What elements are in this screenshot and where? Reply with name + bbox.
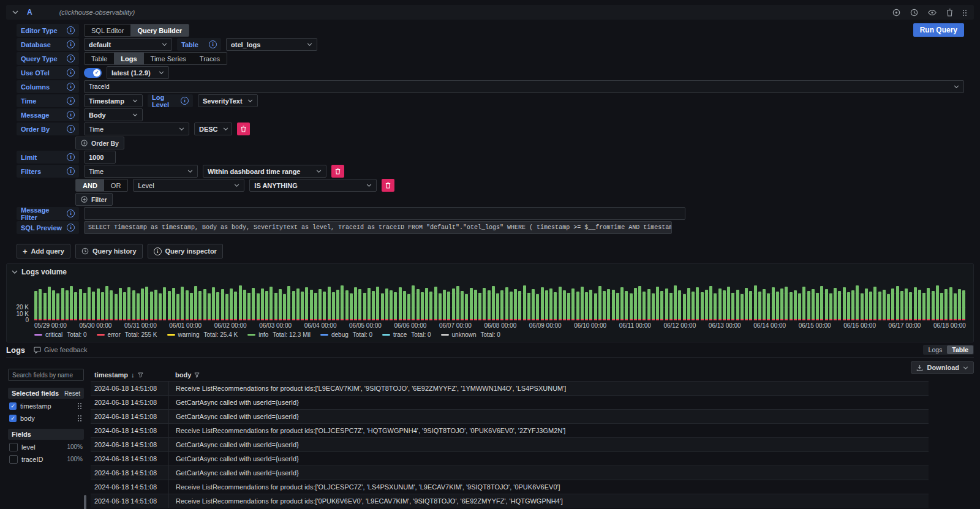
filter-operator-select[interactable]: Within dashboard time range [203, 165, 326, 178]
condition-field-select[interactable]: Level [133, 179, 244, 192]
option-query-builder[interactable]: Query Builder [130, 25, 189, 36]
message-filter-input[interactable] [84, 207, 685, 220]
option-traces[interactable]: Traces [193, 53, 227, 64]
legend-swatch [247, 334, 255, 336]
column-header-timestamp[interactable]: timestamp ↓ [91, 371, 168, 379]
chevron-down-icon [162, 43, 167, 46]
scrollbar-thumb[interactable] [84, 495, 86, 509]
info-icon[interactable]: i [181, 97, 189, 105]
trash-icon[interactable] [946, 9, 953, 17]
remove-order-by-button[interactable] [237, 123, 250, 135]
volume-bar [940, 293, 943, 320]
legend-item-debug[interactable]: debugTotal: 0 [320, 331, 372, 338]
drag-handle-icon[interactable] [963, 10, 964, 11]
drag-handle-icon[interactable] [78, 403, 79, 404]
legend-item-critical[interactable]: criticalTotal: 0 [34, 331, 87, 338]
filter-funnel-icon[interactable] [194, 372, 200, 378]
sort-desc-icon[interactable]: ↓ [131, 371, 135, 379]
option-time-series[interactable]: Time Series [144, 53, 193, 64]
info-icon[interactable]: i [67, 153, 75, 161]
option-or[interactable]: OR [104, 179, 128, 191]
info-icon[interactable]: i [67, 26, 75, 34]
log-level-column-select[interactable]: SeverityText [198, 94, 258, 107]
option-table[interactable]: Table [947, 345, 973, 354]
option-logs[interactable]: Logs [924, 345, 948, 354]
volume-bar [731, 293, 734, 320]
info-icon[interactable]: i [67, 125, 75, 133]
volume-bar [802, 287, 805, 320]
option-sql-editor[interactable]: SQL Editor [85, 25, 130, 36]
option-logs[interactable]: Logs [114, 53, 143, 64]
legend-item-error[interactable]: errorTotal: 255 K [97, 331, 157, 338]
otel-version-select[interactable]: latest (1.2.9) [107, 66, 169, 79]
legend-item-unknown[interactable]: unknownTotal: 0 [441, 331, 500, 338]
info-icon[interactable]: i [67, 69, 75, 77]
checkbox-unchecked[interactable] [9, 443, 18, 451]
give-feedback-link[interactable]: Give feedback [34, 346, 87, 353]
checkbox-unchecked[interactable] [9, 455, 18, 464]
info-icon[interactable]: i [209, 40, 217, 48]
info-icon[interactable]: i [67, 40, 75, 48]
message-column-select[interactable]: Body [84, 108, 143, 121]
remove-filter-button[interactable] [331, 165, 344, 178]
legend-item-info[interactable]: infoTotal: 12.3 Mil [247, 331, 311, 338]
search-fields-input[interactable] [8, 369, 84, 381]
table-row[interactable]: 2024-06-18 14:51:08GetCartAsync called w… [91, 409, 929, 423]
volume-bar [834, 288, 837, 320]
checkbox-checked[interactable]: ✓ [9, 402, 17, 410]
info-icon[interactable]: i [67, 224, 75, 232]
add-query-button[interactable]: +Add query [17, 244, 70, 258]
filter-field-select[interactable]: Time [84, 165, 198, 178]
query-history-button[interactable]: Query history [75, 244, 143, 258]
table-row[interactable]: 2024-06-18 14:51:08Receive ListRecommend… [91, 423, 929, 437]
filter-funnel-icon[interactable] [138, 372, 143, 378]
info-icon[interactable]: i [67, 111, 75, 119]
volume-bar [500, 290, 503, 320]
columns-multiselect[interactable]: TraceId [84, 80, 964, 93]
database-select[interactable]: default [84, 38, 172, 51]
add-order-by-button[interactable]: Order By [75, 137, 124, 149]
legend-item-warning[interactable]: warningTotal: 25.4 K [167, 331, 238, 338]
table-row[interactable]: 2024-06-18 14:51:08GetCartAsync called w… [91, 395, 929, 409]
add-filter-button[interactable]: Filter [75, 193, 113, 206]
order-by-field-select[interactable]: Time [84, 123, 189, 135]
query-ref-id[interactable]: A [27, 8, 32, 17]
info-icon[interactable]: i [67, 97, 75, 105]
limit-input[interactable]: 1000 [84, 151, 116, 164]
checkbox-checked[interactable]: ✓ [9, 415, 17, 422]
table-row[interactable]: 2024-06-18 14:51:08GetCartAsync called w… [91, 466, 929, 480]
table-row[interactable]: 2024-06-18 14:51:08GetCartAsync called w… [91, 437, 929, 451]
table-row[interactable]: 2024-06-18 14:51:08GetCartAsync called w… [91, 451, 929, 466]
table-row[interactable]: 2024-06-18 14:51:08Receive ListRecommend… [91, 381, 929, 395]
info-icon[interactable]: i [67, 209, 75, 217]
legend-swatch [167, 334, 175, 336]
sql-preview-text[interactable]: SELECT Timestamp as timestamp, Body as b… [84, 221, 672, 234]
option-and[interactable]: AND [76, 179, 104, 191]
column-header-body[interactable]: body [168, 371, 929, 379]
query-inspector-button[interactable]: iQuery inspector [148, 244, 223, 258]
history-clock-icon[interactable] [910, 9, 918, 17]
table-row[interactable]: 2024-06-18 14:51:08Receive ListRecommend… [91, 480, 929, 494]
legend-item-trace[interactable]: traceTotal: 0 [382, 331, 431, 338]
eye-icon[interactable] [928, 9, 937, 16]
volume-bar [119, 288, 122, 320]
use-otel-toggle[interactable]: ✓ [84, 68, 102, 78]
order-by-direction-select[interactable]: DESC [194, 123, 232, 135]
info-icon[interactable]: i [67, 83, 75, 91]
remove-condition-button[interactable] [382, 179, 394, 192]
option-table[interactable]: Table [85, 53, 114, 64]
table-select[interactable]: otel_logs [226, 38, 317, 51]
x-tick: 05/29 00:00 [34, 322, 67, 329]
duplicate-icon[interactable] [892, 9, 900, 17]
time-column-select[interactable]: Timestamp [84, 94, 143, 107]
drag-handle-icon[interactable] [78, 415, 79, 417]
reset-button[interactable]: Reset [64, 390, 80, 397]
run-query-button[interactable]: Run Query [913, 23, 964, 37]
collapse-chevron-icon[interactable] [12, 10, 18, 14]
panel-collapse-chevron-icon[interactable] [12, 270, 18, 274]
info-icon[interactable]: i [67, 55, 75, 62]
table-row[interactable]: 2024-06-18 14:51:08Receive ListRecommend… [91, 494, 929, 508]
info-icon[interactable]: i [67, 167, 75, 175]
chevron-down-icon [234, 184, 239, 187]
condition-operator-select[interactable]: IS ANYTHING [249, 179, 377, 192]
